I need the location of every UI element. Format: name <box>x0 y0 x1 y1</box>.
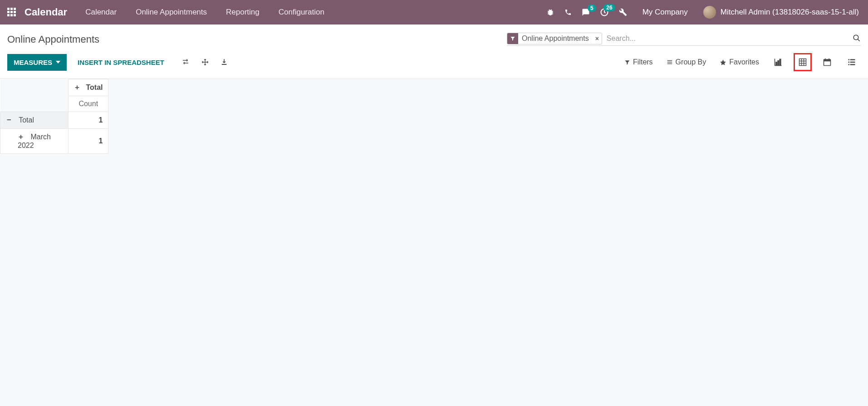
view-list-button[interactable] <box>843 53 861 71</box>
download-icon[interactable] <box>221 59 228 66</box>
view-graph-button[interactable] <box>769 53 787 71</box>
messages-icon[interactable]: 5 <box>582 8 590 16</box>
filters-button[interactable]: Filters <box>624 58 653 66</box>
svg-rect-2 <box>14 8 16 10</box>
svg-rect-0 <box>7 8 10 10</box>
pivot-row-march-2022: + March 2022 1 <box>0 129 108 154</box>
svg-rect-31 <box>848 64 850 65</box>
pivot-row-header[interactable]: − Total <box>0 112 69 129</box>
svg-point-10 <box>853 35 858 40</box>
measures-label: MEASURES <box>14 59 52 66</box>
pivot-cell: 1 <box>69 129 108 154</box>
search-facet: Online Appointments × <box>507 33 602 44</box>
row-label: Total <box>19 116 34 124</box>
pivot-col-header[interactable]: + Total <box>69 79 108 96</box>
pivot-row-total: − Total 1 <box>0 112 108 129</box>
nav-configuration[interactable]: Configuration <box>279 8 324 17</box>
svg-rect-3 <box>7 11 10 13</box>
svg-rect-7 <box>10 14 13 16</box>
svg-rect-18 <box>778 61 779 65</box>
expand-all-icon[interactable] <box>201 59 209 66</box>
phone-icon[interactable] <box>564 9 572 16</box>
facet-remove[interactable]: × <box>593 33 602 44</box>
nav-reporting[interactable]: Reporting <box>226 8 260 17</box>
svg-rect-17 <box>776 62 777 65</box>
expand-icon[interactable]: + <box>74 83 80 92</box>
caret-down-icon <box>56 61 60 64</box>
messages-badge: 5 <box>588 5 596 12</box>
svg-rect-20 <box>799 59 806 66</box>
avatar <box>703 6 716 19</box>
collapse-icon[interactable]: − <box>6 116 12 125</box>
user-menu[interactable]: Mitchell Admin (13818026-saas-15-1-all) <box>703 6 859 19</box>
col-header-label: Total <box>86 83 103 91</box>
svg-rect-32 <box>850 59 855 60</box>
group-by-label: Group By <box>676 58 706 66</box>
favorites-button[interactable]: Favorites <box>720 58 759 66</box>
top-navbar: Calendar Calendar Online Appointments Re… <box>0 0 868 24</box>
search-options: Filters Group By Favorites <box>624 58 759 66</box>
activities-badge: 26 <box>603 4 615 11</box>
svg-rect-1 <box>10 8 13 10</box>
pivot-row-header[interactable]: + March 2022 <box>0 129 69 154</box>
search-input[interactable] <box>606 34 848 43</box>
app-brand[interactable]: Calendar <box>25 6 67 18</box>
svg-rect-6 <box>7 14 10 16</box>
control-panel: Online Appointments Online Appointments … <box>0 24 868 79</box>
nav-online-appointments[interactable]: Online Appointments <box>136 8 207 17</box>
pivot-tool-icons <box>181 59 228 66</box>
apps-icon[interactable] <box>7 8 16 17</box>
filters-label: Filters <box>633 58 653 66</box>
svg-rect-26 <box>824 59 831 61</box>
favorites-label: Favorites <box>729 58 759 66</box>
systray: 5 26 My Company Mitchell Admin (13818026… <box>546 6 859 19</box>
tools-icon[interactable] <box>619 8 627 16</box>
pivot-view: + Total Count − Total 1 + March 2022 <box>0 79 868 154</box>
svg-rect-33 <box>850 62 855 63</box>
svg-rect-4 <box>10 11 13 13</box>
expand-icon[interactable]: + <box>18 132 24 142</box>
view-pivot-button[interactable] <box>794 53 812 71</box>
facet-label: Online Appointments <box>518 33 593 44</box>
user-name: Mitchell Admin (13818026-saas-15-1-all) <box>721 8 859 17</box>
svg-rect-19 <box>780 59 781 65</box>
search-bar: Online Appointments × <box>507 33 861 46</box>
nav-calendar[interactable]: Calendar <box>85 8 117 17</box>
svg-rect-5 <box>14 11 16 13</box>
page-title: Online Appointments <box>7 34 99 45</box>
activities-icon[interactable]: 26 <box>600 8 609 17</box>
svg-rect-29 <box>848 59 850 60</box>
group-by-button[interactable]: Group By <box>667 58 706 66</box>
view-switcher <box>769 53 861 71</box>
svg-rect-30 <box>848 62 850 63</box>
pivot-measure-header: Count <box>69 96 108 112</box>
svg-line-11 <box>858 39 860 41</box>
filter-icon <box>507 33 518 44</box>
view-calendar-button[interactable] <box>818 53 836 71</box>
pivot-cell: 1 <box>69 112 108 129</box>
debug-icon[interactable] <box>546 8 554 16</box>
flip-axis-icon[interactable] <box>181 59 190 66</box>
insert-spreadsheet-button[interactable]: INSERT IN SPREADSHEET <box>71 54 171 71</box>
company-name[interactable]: My Company <box>642 8 688 17</box>
svg-rect-8 <box>14 14 16 16</box>
svg-rect-34 <box>850 64 855 65</box>
search-icon[interactable] <box>853 34 861 44</box>
measures-button[interactable]: MEASURES <box>7 54 67 71</box>
pivot-table: + Total Count − Total 1 + March 2022 <box>0 79 108 154</box>
